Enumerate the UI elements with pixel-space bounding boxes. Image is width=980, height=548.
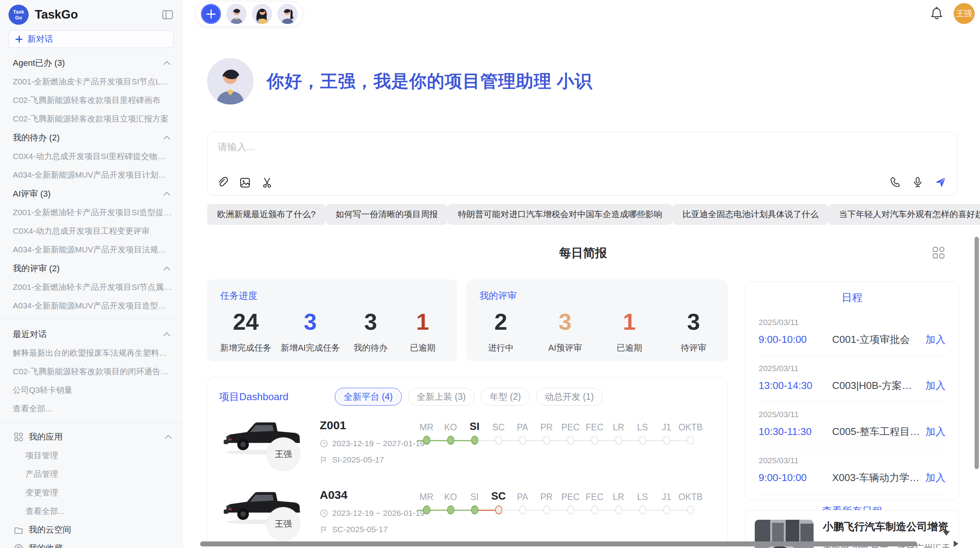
send-icon[interactable] — [934, 176, 947, 188]
add-agent-button[interactable] — [201, 4, 221, 24]
divider — [0, 320, 182, 320]
milestone-ko: KO — [439, 487, 463, 514]
milestone-pa: PA — [511, 487, 535, 514]
milestone-track: MR KO SI SC PA PR PEC FEC LR LS J1 OKTB — [415, 417, 702, 445]
recent-view-all[interactable]: 查看全部... — [0, 399, 182, 418]
sidebar-item-my-apps[interactable]: 我的应用 — [0, 428, 182, 446]
milestone-label: PEC — [561, 487, 579, 502]
layout-grid-icon[interactable] — [932, 246, 945, 259]
schedule-date: 2025/03/11 — [759, 410, 946, 419]
schedule-time: 9:00-10:00 — [759, 334, 832, 346]
agent-switcher — [195, 1, 303, 27]
section-recent-chats[interactable]: 最近对话 — [0, 325, 182, 344]
milestone-pa: PA — [511, 417, 535, 445]
app-link-change-mgmt[interactable]: 变更管理 — [0, 483, 182, 502]
project-row-z001[interactable]: 王强 Z001 2023-12-19 ~ 2027-01-19 SI-2025-… — [207, 406, 727, 475]
sidebar-item[interactable]: A034-全新新能源MUV产品开发项目计划变更表编写 — [0, 166, 182, 184]
sidebar-item[interactable]: A034-全新新能源MUV产品开发项目造型可行性评审 — [0, 296, 182, 315]
schedule-card: 日程 2025/03/11 9:00-10:00 C001-立项审批会 加入 2… — [745, 282, 959, 501]
sidebar-item[interactable]: A034-全新新能源MUV产品开发项目法规符合性评审 — [0, 240, 182, 259]
project-row-a034[interactable]: 王强 A034 2023-12-19 ~ 2026-01-19 SC-2025-… — [207, 475, 727, 545]
section-my-review[interactable]: 我的评审 (2) — [0, 259, 182, 278]
user-avatar[interactable]: 王强 — [954, 3, 975, 24]
milestone-label: J1 — [662, 417, 671, 433]
scroll-down-arrow[interactable] — [943, 531, 950, 536]
project-next-milestone: SC-2025-05-17 — [332, 525, 388, 534]
scissors-icon[interactable] — [262, 177, 273, 188]
task-progress-card: 任务进度 24新增完成任务 3新增AI完成任务 3我的待办 1已逾期 — [207, 279, 457, 361]
chevron-up-icon[interactable] — [164, 435, 172, 439]
collapse-sidebar-icon[interactable] — [162, 10, 173, 19]
image-icon[interactable] — [239, 177, 251, 188]
suggestion-chip[interactable]: 如何写一份清晰的项目周报 — [326, 204, 448, 225]
agent-avatar-3[interactable] — [278, 4, 298, 24]
chevron-up-icon[interactable] — [163, 61, 171, 65]
hero: 你好，王强，我是你的项目管理助理 小识 — [207, 58, 593, 104]
section-my-todo[interactable]: 我的待办 (2) — [0, 128, 182, 147]
sidebar-item[interactable]: C0X4-动力总成开发项目SI里程碑提交物检查 — [0, 147, 182, 166]
sidebar-item[interactable]: C02-飞腾新能源轻客改款项目里程碑画布 — [0, 91, 182, 110]
section-ai-review[interactable]: AI评审 (3) — [0, 184, 182, 203]
suggestion-chip[interactable]: 欧洲新规最近颁布了什么? — [207, 204, 326, 225]
app-link-project-mgmt[interactable]: 项目管理 — [0, 446, 182, 465]
recent-chat-item[interactable]: C02-飞腾新能源轻客改款项目的闭环通告反馈情况 — [0, 362, 182, 381]
filter-powertrain[interactable]: 动总开发 (1) — [536, 388, 603, 406]
suggestion-chip[interactable]: 比亚迪全固态电池计划具体说了什么 — [672, 204, 829, 225]
project-owner-badge: 王强 — [266, 437, 300, 471]
chat-composer[interactable]: 请输入... — [207, 132, 957, 196]
attachment-icon[interactable] — [217, 177, 228, 188]
chevron-up-icon[interactable] — [163, 192, 171, 196]
my-review-label: 我的评审 — [480, 289, 715, 302]
filter-new-platform[interactable]: 全新平台 (4) — [335, 388, 402, 406]
sidebar-item-favorites[interactable]: 我的收藏 — [0, 539, 182, 548]
clock-icon — [320, 509, 328, 517]
filter-model-year[interactable]: 年型 (2) — [481, 388, 530, 406]
recent-chat-item[interactable]: 公司Q3轻卡销量 — [0, 381, 182, 399]
agent-avatar-1[interactable] — [226, 4, 247, 24]
project-code: A034 — [320, 488, 411, 502]
milestone-pec: PEC — [559, 417, 583, 445]
notification-bell-icon[interactable] — [930, 7, 943, 21]
scroll-right-arrow[interactable] — [954, 541, 958, 547]
sidebar-item[interactable]: C02-飞腾新能源轻客改款项目立项汇报方案 — [0, 110, 182, 128]
section-agent-done[interactable]: Agent已办 (3) — [0, 53, 182, 72]
milestone-cells: MR KO SI SC PA PR PEC FEC LR LS J1 OKTB — [415, 487, 702, 514]
chevron-up-icon[interactable] — [163, 135, 171, 140]
join-link[interactable]: 加入 — [925, 379, 946, 392]
sidebar-item[interactable]: Z001-全新燃油轻卡产品开发项目SI节点属性5D文件评审 — [0, 278, 182, 296]
sidebar-item[interactable]: C0X4-动力总成开发项目工程变更评审 — [0, 222, 182, 240]
sidebar-item[interactable]: Z001-全新燃油皮卡产品开发项目SI节点Lesson Learn报告 — [0, 72, 182, 91]
agent-avatar-2[interactable] — [252, 4, 272, 24]
suggestion-chip[interactable]: 当下年轻人对汽车外观有怎样的喜好趋势 — [829, 204, 980, 225]
horizontal-scrollbar[interactable] — [200, 541, 917, 546]
milestone-label: PA — [517, 487, 528, 502]
schedule-date: 2025/03/11 — [759, 318, 946, 327]
vertical-scrollbar[interactable] — [975, 237, 979, 469]
filter-new-body[interactable]: 全新上装 (3) — [408, 388, 475, 406]
apps-view-all[interactable]: 查看全部... — [0, 502, 182, 521]
milestone-lr: LR — [607, 417, 630, 445]
join-link[interactable]: 加入 — [925, 425, 946, 438]
suggestion-chip[interactable]: 特朗普可能对进口汽车增税会对中国车企造成哪些影响 — [448, 204, 672, 225]
stat-label: 新增完成任务 — [220, 342, 271, 354]
milestone-ls: LS — [630, 417, 654, 445]
schedule-date: 2025/03/11 — [759, 456, 946, 465]
recent-chat-item[interactable]: 解释最新出台的欧盟报废车法规再生塑料比例被调至15%... — [0, 344, 182, 362]
milestone-dot — [567, 505, 574, 514]
milestone-oktb: OKTB — [678, 487, 702, 514]
phone-icon[interactable] — [889, 176, 901, 188]
stat-label: 我的待办 — [350, 342, 392, 354]
stat-new-done: 24新增完成任务 — [220, 307, 271, 354]
new-chat-button[interactable]: 新对话 — [9, 30, 174, 48]
milestone-dot — [543, 505, 550, 514]
sidebar-item[interactable]: Z001-全新燃油轻卡产品开发项目SI造型提交物评审 — [0, 203, 182, 222]
join-link[interactable]: 加入 — [925, 333, 946, 346]
stat-my-todo: 3我的待办 — [350, 307, 392, 354]
join-link[interactable]: 加入 — [925, 471, 946, 485]
chevron-up-icon[interactable] — [163, 332, 171, 337]
sidebar-item-cloud-space[interactable]: 我的云空间 — [0, 521, 182, 539]
microphone-icon[interactable] — [912, 176, 923, 188]
app-link-product-mgmt[interactable]: 产品管理 — [0, 465, 182, 483]
milestone-dot — [591, 505, 598, 514]
chevron-up-icon[interactable] — [163, 266, 171, 271]
